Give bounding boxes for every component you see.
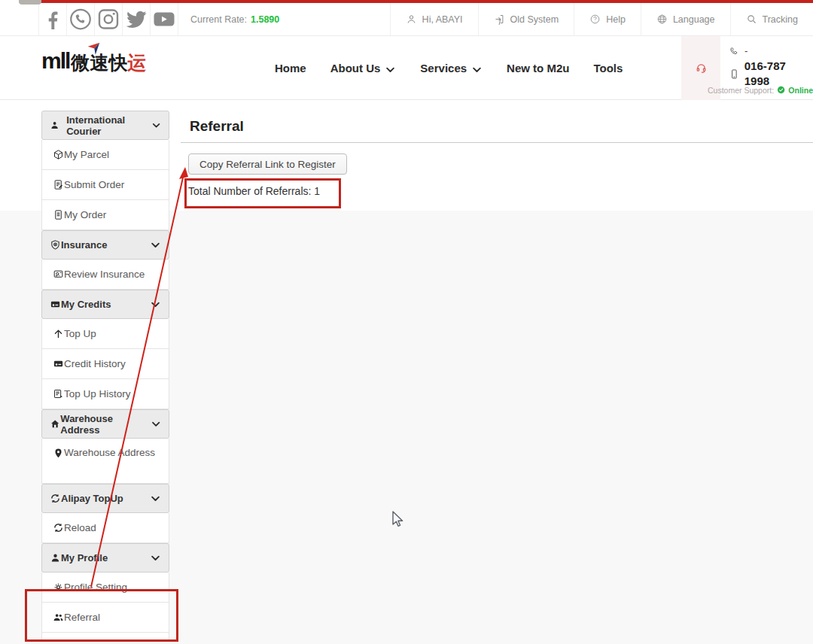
nav-item-home[interactable]: Home [275,62,306,74]
topbar-language-link[interactable]: Language [641,3,730,35]
user-icon [50,120,59,131]
help-icon [589,14,601,25]
chevron-down-icon [151,418,161,430]
parcel-icon [53,149,64,160]
sidebar-item-credit-history[interactable]: Credit History [41,349,169,379]
topbar-user-greeting[interactable]: Hi, ABAYI [390,3,478,35]
tracking-label: Tracking [763,14,798,25]
logo-latin-text: mll [41,50,69,72]
phone-block: - 016-787 1998 [729,44,813,89]
globe-icon [656,14,668,25]
users-icon [53,612,64,623]
sidebar-section-my-credits[interactable]: My Credits [41,290,169,319]
sidebar-item-top-up[interactable]: Top Up [41,319,169,349]
sidebar-item-submit-order[interactable]: Submit Order [41,170,169,200]
refresh-icon [50,493,61,504]
home-icon [50,418,60,430]
instagram-icon[interactable] [95,3,123,35]
nav-about-label: About Us [330,62,381,74]
topbar-old-system-link[interactable]: Old System [478,3,574,35]
phone-icon [729,46,740,57]
sidebar-section-alipay-topup[interactable]: Alipay TopUp [41,484,169,513]
twitter-icon[interactable] [123,3,151,35]
support-status-line: Customer Support: Online [708,84,813,96]
topbar-help-link[interactable]: Help [574,3,641,35]
nav-item-about-us[interactable]: About Us [330,62,397,74]
sidebar-item-review-insurance[interactable]: Review Insurance [41,260,169,290]
sidebar-section-international-courier[interactable]: International Courier [41,111,169,140]
copy-referral-link-button[interactable]: Copy Referral Link to Register [188,153,347,175]
language-label: Language [673,14,715,25]
search-icon [746,14,757,25]
nav-item-tools[interactable]: Tools [593,62,623,74]
headset-icon [696,62,707,74]
chevron-down-icon [471,62,483,74]
current-rate-value: 1.5890 [251,14,279,25]
annotation-arrow-head [179,167,188,179]
nav-new-to-m2u-label: New to M2u [507,62,569,74]
page-title: Referral [190,118,244,135]
map-pin-icon [53,445,64,457]
sidebar-item-referral[interactable]: Referral [41,603,169,633]
user-greeting-label: Hi, ABAYI [422,14,463,25]
sidebar-section-my-profile[interactable]: My Profile [41,543,169,573]
sidebar-item-top-up-history[interactable]: Top Up History [41,379,169,409]
arrow-up-icon [53,328,64,339]
order-icon [53,209,64,220]
support-label: Customer Support: [708,86,774,95]
nav-home-label: Home [275,62,306,74]
shield-icon [50,239,61,251]
youtube-icon[interactable] [151,3,178,35]
main-header: mll 微速快运 Home About Us Services New to M… [0,36,813,100]
sidebar-item-reload[interactable]: Reload [41,513,169,543]
site-top-accent-bar [34,0,813,3]
user-icon [50,552,61,564]
check-circle-icon [777,84,785,96]
sidebar-item-partial [41,633,169,642]
chevron-down-icon [150,239,161,251]
account-sidebar: International Courier My Parcel Submit O… [41,111,169,642]
whatsapp-icon[interactable] [67,3,95,35]
site-logo[interactable]: mll 微速快运 [41,50,146,72]
sidebar-item-my-parcel[interactable]: My Parcel [41,140,169,170]
main-nav: Home About Us Services New to M2u Tools [275,36,623,100]
review-insurance-icon [53,269,64,280]
topbar-tracking-link[interactable]: Tracking [730,3,813,35]
facebook-icon[interactable] [39,3,67,35]
gear-icon [53,582,64,593]
chevron-down-icon [151,120,161,131]
logo-arrow-icon [85,41,102,57]
current-rate: Current Rate: 1.5890 [178,3,291,35]
current-rate-label: Current Rate: [190,14,247,25]
sidebar-item-profile-setting[interactable]: Profile Setting [41,573,169,603]
logo-cjk-text: 微速快运 [71,53,146,72]
phone-dash: - [744,44,748,59]
exit-icon [494,14,505,25]
sidebar-section-warehouse-address[interactable]: Warehouse Address [41,409,169,439]
support-status: Online [788,86,813,95]
chevron-down-icon [150,493,161,504]
sidebar-item-my-order[interactable]: My Order [41,200,169,230]
chevron-down-icon [385,62,396,74]
help-label: Help [606,14,626,25]
sidebar-item-warehouse-address[interactable]: Warehouse Address [41,439,169,484]
nav-tools-label: Tools [593,62,623,74]
refresh-icon [53,522,64,533]
credit-card-solid-icon [53,358,64,369]
sidebar-section-insurance[interactable]: Insurance [41,230,169,260]
nav-services-label: Services [420,62,467,74]
mobile-icon [729,68,740,80]
title-divider [181,142,813,143]
topbar-spacer [0,3,39,35]
nav-item-services[interactable]: Services [420,62,483,74]
old-system-label: Old System [510,14,559,25]
chevron-down-icon [150,299,161,310]
total-referrals-text: Total Number of Referrals: 1 [188,185,320,197]
nav-item-new-to-m2u[interactable]: New to M2u [507,62,569,74]
scroll-tab [19,0,41,5]
user-icon [406,14,417,25]
topbar: Current Rate: 1.5890 Hi, ABAYI Old Syste… [0,3,813,36]
chevron-down-icon [150,552,161,564]
credit-card-icon [50,299,61,310]
submit-order-icon [53,179,64,190]
